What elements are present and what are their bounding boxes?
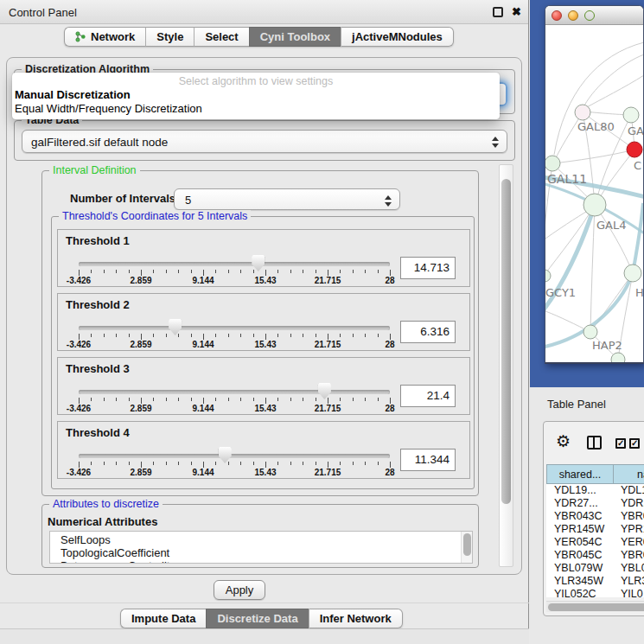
dropdown-item-equal-width-frequency[interactable]: Equal Width/Frequency Discretization xyxy=(15,102,202,115)
cell-shared-name[interactable]: YDR27... xyxy=(546,497,614,510)
tab-impute-data[interactable]: Impute Data xyxy=(120,609,206,628)
panel-title: Control Panel xyxy=(9,6,77,19)
table-row[interactable]: YDL19...YDL1 xyxy=(546,484,644,497)
network-edge[interactable] xyxy=(545,311,590,332)
list-scrollbar[interactable] xyxy=(461,532,472,563)
network-canvas[interactable]: GAL80GACGAL11GAL4GCY1HHAP2 xyxy=(545,25,643,362)
intervals-spinner[interactable]: 5 xyxy=(174,188,400,210)
tab-network[interactable]: Network xyxy=(64,27,145,47)
network-edge[interactable] xyxy=(553,150,634,163)
cell-shared-name[interactable]: YBR043C xyxy=(546,510,614,523)
dropdown-item-manual-discretization[interactable]: Manual Discretization xyxy=(15,88,131,101)
tab-infer-network[interactable]: Infer Network xyxy=(309,609,403,628)
tab-select[interactable]: Select xyxy=(194,27,248,47)
network-node[interactable] xyxy=(583,194,606,216)
zoom-traffic-light-icon[interactable] xyxy=(584,10,595,21)
float-icon[interactable] xyxy=(493,7,503,17)
tab-cyni-toolbox[interactable]: Cyni Toolbox xyxy=(249,27,341,47)
table-row[interactable]: YIL052CYIL0 xyxy=(546,588,644,597)
table-row[interactable]: YER054CYER0 xyxy=(546,536,644,549)
apply-button[interactable]: Apply xyxy=(214,580,265,600)
close-traffic-light-icon[interactable] xyxy=(552,10,562,21)
slider-track[interactable] xyxy=(79,262,390,266)
table-hscrollbar-thumb[interactable] xyxy=(548,603,644,611)
table-row[interactable]: YBR045CYBR0 xyxy=(546,549,644,562)
tick-mark xyxy=(265,462,266,468)
columns-icon[interactable] xyxy=(587,436,602,450)
column-header-name[interactable]: na xyxy=(614,464,644,484)
attribute-list-item[interactable]: BetweennessCentrality xyxy=(50,559,472,564)
attribute-list-item[interactable]: SelfLoops xyxy=(50,533,472,546)
cell-shared-name[interactable]: YBL079W xyxy=(546,562,614,575)
table-data-combobox[interactable]: galFiltered.sif default node xyxy=(22,130,507,153)
cell-shared-name[interactable]: YDL19... xyxy=(546,484,614,497)
minimize-traffic-light-icon[interactable] xyxy=(568,10,578,21)
cell-shared-name[interactable]: YER054C xyxy=(546,536,614,549)
cell-name[interactable]: YIL0 xyxy=(614,588,644,597)
cell-name[interactable]: YDR2 xyxy=(614,497,644,510)
slider-track[interactable] xyxy=(79,326,390,330)
gear-icon[interactable]: ⚙ xyxy=(556,432,571,451)
tick-mark xyxy=(340,398,341,401)
tab-style[interactable]: Style xyxy=(145,27,194,47)
tick-mark xyxy=(79,270,80,276)
network-node[interactable] xyxy=(624,265,641,282)
cell-shared-name[interactable]: YLR345W xyxy=(546,575,614,588)
tab-discretize-data[interactable]: Discretize Data xyxy=(206,609,308,628)
tick-mark xyxy=(166,334,167,337)
network-node[interactable] xyxy=(545,270,551,282)
top-tab-bar: Network Style Select Cyni Toolbox jActiv… xyxy=(64,27,454,47)
table-row[interactable]: YPR145WYPR1 xyxy=(546,523,644,536)
table-row[interactable]: YBL079WYBL0 xyxy=(546,562,644,575)
network-edge[interactable] xyxy=(590,205,595,332)
network-node[interactable] xyxy=(623,107,639,123)
slider-track[interactable] xyxy=(79,454,390,458)
cell-shared-name[interactable]: YPR145W xyxy=(546,523,614,536)
list-scrollbar-thumb[interactable] xyxy=(463,533,471,556)
attribute-list-item[interactable]: TopologicalCoefficient xyxy=(50,546,472,559)
cell-name[interactable]: YPR1 xyxy=(614,523,644,536)
network-node[interactable] xyxy=(545,156,560,171)
cell-name[interactable]: YDL1 xyxy=(614,484,644,497)
column-header-shared-name[interactable]: shared... xyxy=(546,464,614,484)
table-row[interactable]: YBR043CYBR0 xyxy=(546,510,644,523)
network-window-titlebar[interactable] xyxy=(545,6,643,25)
tick-mark xyxy=(365,462,366,465)
network-node[interactable] xyxy=(575,105,590,120)
spinner-arrows-icon[interactable] xyxy=(385,195,392,207)
cell-name[interactable]: YBR0 xyxy=(614,549,644,562)
close-icon[interactable]: ✖ xyxy=(512,5,521,18)
threshold-value-field[interactable]: 14.713 xyxy=(400,257,456,279)
network-graph[interactable]: GAL80GACGAL11GAL4GCY1HHAP2 xyxy=(545,25,643,362)
slider-track[interactable] xyxy=(79,390,390,394)
threshold-value-field[interactable]: 11.344 xyxy=(400,449,456,471)
tick-mark xyxy=(303,334,303,337)
network-edge[interactable] xyxy=(584,54,643,105)
cell-name[interactable]: YBR0 xyxy=(614,510,644,523)
tick-mark xyxy=(365,270,366,273)
panel-scrollbar-thumb[interactable] xyxy=(501,179,511,504)
table-row[interactable]: YDR27...YDR2 xyxy=(546,497,644,510)
cell-name[interactable]: YLR3 xyxy=(614,575,644,588)
tab-jactivemnodules[interactable]: jActiveMNodules xyxy=(341,27,454,47)
tick-mark xyxy=(191,270,192,273)
tick-mark xyxy=(303,270,303,273)
tick-mark xyxy=(116,398,117,401)
panel-scrollbar[interactable] xyxy=(499,164,513,567)
cell-shared-name[interactable]: YBR045C xyxy=(546,549,614,562)
network-edge-thick[interactable] xyxy=(633,203,643,273)
cell-name[interactable]: YER0 xyxy=(614,536,644,549)
checkbox-icon[interactable]: ✓ xyxy=(629,438,640,449)
cell-shared-name[interactable]: YIL052C xyxy=(546,588,614,597)
network-node[interactable] xyxy=(627,142,642,157)
network-node[interactable] xyxy=(583,325,597,339)
threshold-value-field[interactable]: 6.316 xyxy=(400,321,456,343)
table-data-value: galFiltered.sif default node xyxy=(31,136,168,149)
checkbox-icon[interactable]: ✓ xyxy=(615,438,626,449)
cell-name[interactable]: YBL0 xyxy=(614,562,644,575)
table-row[interactable]: YLR345WYLR3 xyxy=(546,575,644,588)
threshold-value-field[interactable]: 21.4 xyxy=(400,385,456,407)
tick-label: 2.859 xyxy=(130,404,151,413)
network-node[interactable] xyxy=(611,353,625,362)
table-hscrollbar[interactable] xyxy=(546,601,644,612)
